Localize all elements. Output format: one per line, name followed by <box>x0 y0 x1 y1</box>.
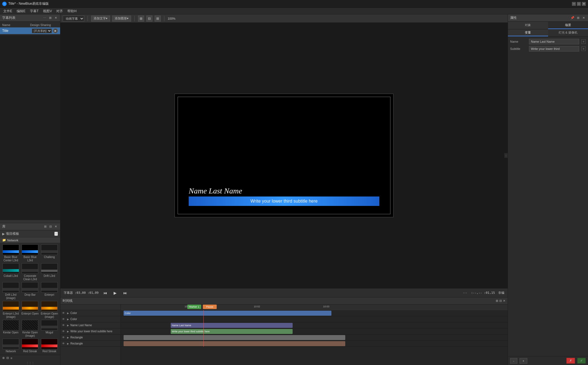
minimize-button[interactable]: ─ <box>572 2 576 6</box>
lib-btn1[interactable]: ⊞ <box>43 224 47 229</box>
template-item-enterpri-l3rd-image[interactable]: Enterpri L3rd (image) <box>2 301 20 319</box>
track-expand-icon[interactable]: ▶ <box>66 336 70 339</box>
template-item-red-streak-1[interactable]: Red Streak <box>21 339 39 353</box>
menu-align[interactable]: 对齐 <box>54 8 65 14</box>
sub-tab-lighting[interactable]: 灯光 & 摄像机 <box>548 29 588 36</box>
add-text-button[interactable]: 添加文字▾ <box>91 16 110 22</box>
track-name: Color <box>70 318 77 321</box>
align-left-icon[interactable]: ⊞ <box>138 16 144 22</box>
menu-edit[interactable]: 编辑E <box>14 8 28 14</box>
lib-btn2[interactable]: ⊟ <box>48 224 53 229</box>
prop-label-name: Name <box>510 40 527 43</box>
timeline-btn1[interactable]: ⊞ <box>496 299 498 303</box>
menu-file[interactable]: 文件E <box>1 8 14 14</box>
animation-dropdown[interactable]: 动画字幕 <box>63 16 84 22</box>
track-expand-icon[interactable]: ▶ <box>66 312 70 315</box>
template-section-title: 项目模板 <box>6 231 19 236</box>
timeline-btn2[interactable]: ⊟ <box>499 299 502 303</box>
track-eye-icon[interactable]: 👁 <box>62 336 65 340</box>
timeline-close[interactable]: ✕ <box>503 299 505 303</box>
template-settings-btn[interactable]: ⚙ <box>54 232 58 236</box>
caption-play-button[interactable]: ▶ <box>53 28 58 33</box>
maximize-button[interactable]: □ <box>577 2 581 6</box>
lib-footer-btn3[interactable]: ≡ <box>11 356 12 360</box>
track-expand-icon[interactable]: ▶ <box>66 330 70 333</box>
track-block-name[interactable]: Name Last Name <box>171 323 293 328</box>
tab-object[interactable]: 对象 <box>508 22 548 29</box>
track-block-subtitle[interactable]: Write your lower third subtitle here <box>171 329 293 334</box>
track-expand-icon[interactable]: ▶ <box>66 318 70 321</box>
cancel-button[interactable]: ✗ <box>566 358 575 364</box>
template-item-enterpri-open-image[interactable]: Enterpri Open (image) <box>40 301 58 319</box>
track-label-rect1: 👁 ▶ Rectangle <box>60 335 121 341</box>
tab-scene[interactable]: 场景 <box>548 22 588 29</box>
template-item-kevlar-open[interactable]: Kevlar Open <box>2 320 20 338</box>
track-eye-icon[interactable]: 👁 <box>62 342 65 346</box>
library-panel: 库 ⊞ ⊟ ✕ ▶ 项目模板 ⚙ 📁 Network <box>0 223 60 361</box>
lib-footer-btn1[interactable]: ⊕ <box>2 356 5 360</box>
template-item-enterpri-open[interactable]: Enterpri Open <box>21 301 39 319</box>
bottom-bar: - + ✗ ✓ <box>508 356 588 365</box>
player-play-button[interactable]: ▶ <box>112 290 119 296</box>
template-item-corporate[interactable]: Corporate Clean L3rd <box>21 263 39 281</box>
track-block-rect2[interactable] <box>124 341 345 346</box>
track-expand-icon[interactable]: ▶ <box>66 342 70 345</box>
template-item-network[interactable]: Network <box>2 339 20 353</box>
caption-list-btn2[interactable]: ⊞ <box>48 16 52 20</box>
plus-button[interactable]: + <box>520 358 527 364</box>
lib-close[interactable]: ✕ <box>53 224 58 229</box>
prop-value-subtitle[interactable] <box>529 46 579 52</box>
template-item-basic-blue[interactable]: Basic Blue L3rd <box>21 244 39 262</box>
prop-eq-name[interactable]: = <box>581 39 586 44</box>
caption-list-btn1[interactable]: ⋯ <box>42 16 47 20</box>
track-eye-icon[interactable]: 👁 <box>62 311 65 315</box>
template-item-red-streak-2[interactable]: Red Streak <box>40 339 58 353</box>
props-pop-icon[interactable]: ⊞ <box>576 16 580 20</box>
menu-subtitle[interactable]: 字幕T <box>28 8 41 14</box>
network-folder-row[interactable]: 📁 Network <box>0 238 60 243</box>
props-pin-icon[interactable]: 📌 <box>570 16 575 20</box>
track-block-color1[interactable]: Color <box>124 311 331 316</box>
align-center-icon[interactable]: ⊟ <box>146 16 152 22</box>
menu-view[interactable]: 视图V <box>41 8 54 14</box>
template-item-basic-blue-center[interactable]: Basic Blue Center L3rd <box>2 244 20 262</box>
player-skip-back-button[interactable]: ⏮ <box>102 290 109 296</box>
marker-label: Pause <box>206 305 213 308</box>
minus-button[interactable]: - <box>510 358 517 364</box>
track-eye-icon[interactable]: 👁 <box>62 323 65 327</box>
marker-2[interactable]: Pause <box>203 305 217 309</box>
ok-button[interactable]: ✓ <box>577 358 586 364</box>
share-select[interactable]: [不共享的] <box>32 29 52 33</box>
track-eye-icon[interactable]: 👁 <box>62 317 65 321</box>
add-shape-button[interactable]: 添加图形▾ <box>112 16 131 22</box>
sub-tab-variables[interactable]: 变量 <box>508 29 548 36</box>
preview-side-handle: ⋮ <box>504 153 508 158</box>
align-right-icon[interactable]: ⊞ <box>155 16 161 22</box>
track-label-rect2: 👁 ▶ Rectangle <box>60 341 121 347</box>
template-item-cobalt[interactable]: Cobalt L3rd <box>2 263 20 281</box>
template-item-kevlar-open-image[interactable]: Kevlar Open (Image) <box>21 320 39 338</box>
player-skip-forward-button[interactable]: ⏭ <box>122 290 129 296</box>
folder-icon: 📁 <box>2 238 6 242</box>
template-item-mogul[interactable]: Mogul <box>40 320 58 338</box>
template-item-drift[interactable]: Drift L3rd <box>40 263 58 281</box>
caption-list-row[interactable]: Title [不共享的] ▶ <box>0 27 60 34</box>
template-item-enterpri[interactable]: Enterpri <box>40 282 58 300</box>
track-block-rect1[interactable] <box>124 335 345 340</box>
template-item-challeng[interactable]: Challeng <box>40 244 58 262</box>
prop-eq-subtitle[interactable]: = <box>581 47 586 51</box>
close-button[interactable]: ✕ <box>582 2 586 6</box>
left-scrollbar[interactable] <box>0 220 60 223</box>
prop-value-name[interactable] <box>529 39 579 44</box>
caption-list-close[interactable]: ✕ <box>53 16 58 20</box>
track-eye-icon[interactable]: 👁 <box>62 330 65 333</box>
template-label: Enterpri Open (image) <box>40 312 58 319</box>
lib-footer-btn2[interactable]: ⊟ <box>6 356 9 360</box>
timeline-tracks: Marker 1 Pause 10:01 10:02 10:03 <box>121 305 508 365</box>
player-dots: ⋯ <box>463 290 468 295</box>
props-close-icon[interactable]: ✕ <box>581 16 586 20</box>
template-item-dropbar[interactable]: Drop Bar <box>21 282 39 300</box>
menu-help[interactable]: 帮助H <box>65 8 79 14</box>
track-expand-icon[interactable]: ▶ <box>66 324 70 327</box>
template-item-drift-image[interactable]: Drift L3rd (image) <box>2 282 20 300</box>
